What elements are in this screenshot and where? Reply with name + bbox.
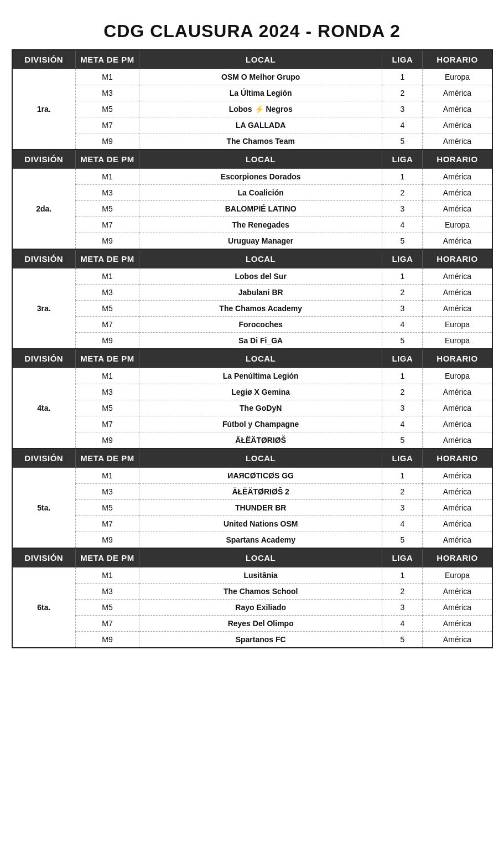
table-row: M5The Chamos Academy3América [12,301,492,317]
horario-cell: América [423,85,492,101]
horario-cell: América [423,285,492,301]
local-cell: La Penúltima Legión [139,368,382,384]
header-col-2-section-5ta: LOCAL [139,448,382,468]
horario-cell: América [423,101,492,117]
liga-cell: 4 [382,317,423,333]
header-col-0-section-5ta: DIVISIÓN [12,448,76,468]
horario-cell: América [423,133,492,150]
liga-cell: 1 [382,69,423,85]
division-label-1ra: 1ra. [12,69,76,150]
meta-pm-cell: M9 [76,632,139,648]
local-cell: The Renegades [139,217,382,233]
meta-pm-cell: M5 [76,400,139,416]
table-row: M9Spartans Academy5América [12,532,492,549]
table-row: M5Lobos ⚡ Negros3América [12,101,492,117]
meta-pm-cell: M5 [76,500,139,516]
local-cell: ÄŁËÄTØRIØŠ [139,432,382,449]
section-header-4ta: DIVISIÓNMETA DE PMLOCALLIGAHORARIO [12,349,492,368]
meta-pm-cell: M1 [76,269,139,285]
local-cell: Escorpiones Dorados [139,169,382,185]
horario-cell: Europa [423,317,492,333]
table-row: M9The Chamos Team5América [12,133,492,150]
horario-cell: América [423,384,492,400]
schedule-table: DIVISIÓNMETA DE PMLOCALLIGAHORARIO1ra.M1… [12,49,493,648]
table-row: 1ra.M1OSM O Melhor Grupo1Europa [12,69,492,85]
division-label-3ra: 3ra. [12,269,76,349]
meta-pm-cell: M9 [76,432,139,449]
local-cell: The Chamos School [139,584,382,600]
meta-pm-cell: M5 [76,201,139,217]
table-row: M5The GoDyN3América [12,400,492,416]
liga-cell: 2 [382,185,423,201]
header-col-3-section-3ra: LIGA [382,249,423,269]
local-cell: BALOMPIÉ LATINO [139,201,382,217]
meta-pm-cell: M9 [76,133,139,150]
local-cell: The Chamos Team [139,133,382,150]
local-cell: La Coalición [139,185,382,201]
table-row: M3La Coalición2América [12,185,492,201]
horario-cell: América [423,484,492,500]
header-col-0-section-3ra: DIVISIÓN [12,249,76,269]
header-col-3-section-1ra: LIGA [382,50,423,69]
meta-pm-cell: M7 [76,117,139,133]
local-cell: ÄŁËÄTØRIØŠ 2 [139,484,382,500]
meta-pm-cell: M7 [76,516,139,532]
local-cell: La Última Legión [139,85,382,101]
section-header-2da: DIVISIÓNMETA DE PMLOCALLIGAHORARIO [12,149,492,169]
page-title: CDG CLAUSURA 2024 - RONDA 2 [12,11,493,49]
local-cell: Reyes Del Olimpo [139,616,382,632]
local-cell: Rayo Exiliado [139,600,382,616]
header-col-1-section-6ta: META DE PM [76,548,139,568]
horario-cell: América [423,416,492,432]
horario-cell: América [423,269,492,285]
liga-cell: 5 [382,233,423,250]
horario-cell: América [423,632,492,648]
meta-pm-cell: M9 [76,532,139,549]
local-cell: Uruguay Manager [139,233,382,250]
table-row: M7The Renegades4Europa [12,217,492,233]
liga-cell: 5 [382,333,423,349]
liga-cell: 3 [382,201,423,217]
header-col-1-section-4ta: META DE PM [76,349,139,368]
division-label-2da: 2da. [12,169,76,250]
horario-cell: América [423,301,492,317]
horario-cell: América [423,468,492,484]
table-row: 4ta.M1La Penúltima Legión1Europa [12,368,492,384]
table-row: 2da.M1Escorpiones Dorados1América [12,169,492,185]
table-row: 5ta.M1ИАЯCØTICØS GG1América [12,468,492,484]
liga-cell: 5 [382,133,423,150]
liga-cell: 2 [382,285,423,301]
horario-cell: América [423,516,492,532]
horario-cell: Europa [423,333,492,349]
horario-cell: América [423,117,492,133]
local-cell: The Chamos Academy [139,301,382,317]
meta-pm-cell: M3 [76,285,139,301]
horario-cell: Europa [423,568,492,584]
header-col-2-section-4ta: LOCAL [139,349,382,368]
table-row: M5Rayo Exiliado3América [12,600,492,616]
liga-cell: 5 [382,532,423,549]
header-col-4-section-1ra: HORARIO [423,50,492,69]
meta-pm-cell: M9 [76,333,139,349]
local-cell: Lusitânia [139,568,382,584]
meta-pm-cell: M7 [76,416,139,432]
header-col-0-section-1ra: DIVISIÓN [12,50,76,69]
meta-pm-cell: M1 [76,568,139,584]
main-container: CDG CLAUSURA 2024 - RONDA 2 DIVISIÓNMETA… [12,11,493,648]
meta-pm-cell: M3 [76,484,139,500]
header-col-1-section-5ta: META DE PM [76,448,139,468]
section-header-6ta: DIVISIÓNMETA DE PMLOCALLIGAHORARIO [12,548,492,568]
liga-cell: 1 [382,468,423,484]
table-row: M5THUNDER BR3América [12,500,492,516]
meta-pm-cell: M1 [76,368,139,384]
header-col-1-section-3ra: META DE PM [76,249,139,269]
local-cell: The GoDyN [139,400,382,416]
liga-cell: 1 [382,568,423,584]
liga-cell: 3 [382,400,423,416]
liga-cell: 4 [382,117,423,133]
liga-cell: 3 [382,600,423,616]
header-col-0-section-2da: DIVISIÓN [12,149,76,169]
table-row: M3The Chamos School2América [12,584,492,600]
header-col-3-section-6ta: LIGA [382,548,423,568]
header-col-3-section-2da: LIGA [382,149,423,169]
